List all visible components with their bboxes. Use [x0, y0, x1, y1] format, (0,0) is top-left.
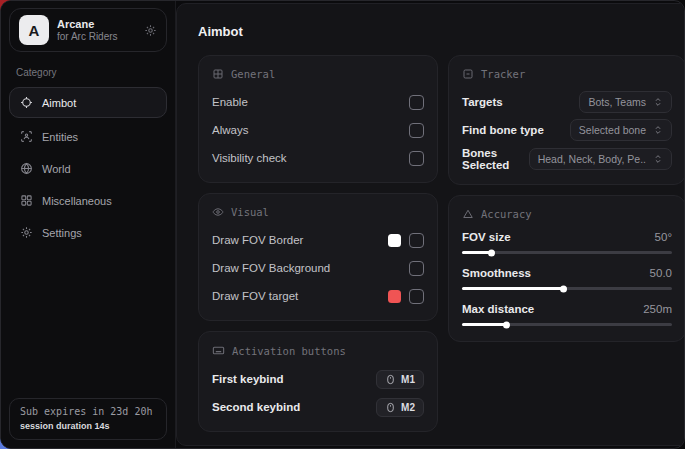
sidebar-item-world[interactable]: World — [9, 155, 167, 182]
card-title: Activation buttons — [232, 345, 346, 357]
sidebar-item-settings[interactable]: Settings — [9, 219, 167, 246]
first-keybind-button[interactable]: M1 — [376, 370, 424, 389]
card-title: Visual — [231, 206, 269, 218]
grid-icon — [20, 194, 33, 207]
setting-row: Draw FOV Border — [212, 229, 424, 251]
slider-value: 250m — [643, 303, 672, 315]
sidebar-item-label: World — [42, 163, 71, 175]
crosshair-icon — [20, 96, 33, 109]
setting-label: Always — [212, 124, 248, 136]
setting-label: Enable — [212, 96, 248, 108]
keybind-row: First keybind M1 — [212, 368, 424, 390]
dropdown-value: Head, Neck, Body, Pe.. — [538, 153, 646, 165]
slider-row: Max distance 250m — [462, 303, 672, 326]
slider-label: Smoothness — [462, 267, 531, 279]
sidebar-item-label: Settings — [42, 227, 82, 239]
visibility-check-checkbox[interactable] — [409, 151, 424, 166]
activation-buttons-card: Activation buttons First keybind M1 — [198, 331, 438, 432]
sidebar: A Arcane for Arc Riders Category Aimbot — [1, 1, 176, 448]
always-checkbox[interactable] — [409, 123, 424, 138]
setting-row: Visibility check — [212, 147, 424, 169]
keybind-value: M2 — [401, 402, 415, 413]
gear-icon[interactable] — [144, 24, 157, 37]
globe-icon — [20, 162, 33, 175]
visual-card: Visual Draw FOV Border Draw FOV Backgrou… — [198, 193, 438, 321]
general-card: General Enable Always Visibility check — [198, 55, 438, 183]
slider-fill[interactable] — [462, 323, 506, 326]
keybind-label: First keybind — [212, 373, 284, 385]
fov-border-color-swatch[interactable] — [388, 234, 401, 247]
keyboard-icon — [212, 344, 225, 357]
brand-name: Arcane — [57, 18, 118, 30]
scan-person-icon — [20, 130, 33, 143]
bones-selected-dropdown[interactable]: Head, Neck, Body, Pe.. — [529, 148, 672, 170]
enable-checkbox[interactable] — [409, 95, 424, 110]
sidebar-item-label: Miscellaneous — [42, 195, 112, 207]
tracker-row: Find bone type Selected bone — [462, 119, 672, 141]
slider-fill[interactable] — [462, 251, 491, 254]
session-duration-text: session duration 14s — [20, 421, 156, 431]
brand-logo: A — [19, 15, 49, 45]
mouse-icon — [385, 402, 396, 413]
brand-card: A Arcane for Arc Riders — [9, 8, 167, 52]
gear-icon — [20, 226, 33, 239]
second-keybind-button[interactable]: M2 — [376, 398, 424, 417]
targets-dropdown[interactable]: Bots, Teams — [579, 91, 672, 113]
triangle-icon — [462, 208, 474, 220]
card-title: General — [231, 68, 275, 80]
fov-size-slider[interactable] — [462, 251, 672, 254]
slider-value: 50° — [655, 231, 672, 243]
panel-minus-icon — [462, 68, 474, 80]
setting-row: Draw FOV target — [212, 285, 424, 307]
chevrons-up-down-icon — [653, 97, 663, 107]
setting-row: Enable — [212, 91, 424, 113]
sidebar-item-label: Entities — [42, 131, 78, 143]
grid-small-icon — [212, 68, 224, 80]
keybind-row: Second keybind M2 — [212, 396, 424, 418]
tracker-label: Find bone type — [462, 124, 544, 136]
sidebar-item-label: Aimbot — [42, 97, 76, 109]
setting-row: Draw FOV Background — [212, 257, 424, 279]
keybind-value: M1 — [401, 374, 415, 385]
page-title: Aimbot — [198, 24, 685, 39]
accuracy-card: Accuracy FOV size 50° Smoothness — [448, 195, 685, 342]
keybind-label: Second keybind — [212, 401, 300, 413]
tracker-label: Bones Selected — [462, 147, 529, 171]
smoothness-slider[interactable] — [462, 287, 672, 290]
sidebar-item-miscellaneous[interactable]: Miscellaneous — [9, 187, 167, 214]
setting-label: Draw FOV target — [212, 290, 298, 302]
subscription-status: Sub expires in 23d 20h session duration … — [9, 398, 167, 440]
chevrons-up-down-icon — [653, 154, 663, 164]
slider-row: Smoothness 50.0 — [462, 267, 672, 290]
slider-value: 50.0 — [650, 267, 672, 279]
sidebar-item-aimbot[interactable]: Aimbot — [9, 87, 167, 118]
tracker-card: Tracker Targets Bots, Teams — [448, 55, 685, 185]
dropdown-value: Bots, Teams — [588, 96, 646, 108]
main-panel: Aimbot General Enable — [176, 3, 685, 446]
tracker-label: Targets — [462, 96, 503, 108]
max-distance-slider[interactable] — [462, 323, 672, 326]
slider-fill[interactable] — [462, 287, 563, 290]
setting-label: Draw FOV Background — [212, 262, 330, 274]
sidebar-item-entities[interactable]: Entities — [9, 123, 167, 150]
draw-fov-background-checkbox[interactable] — [409, 261, 424, 276]
slider-label: Max distance — [462, 303, 534, 315]
tracker-row: Targets Bots, Teams — [462, 91, 672, 113]
card-title: Tracker — [481, 68, 525, 80]
chevrons-up-down-icon — [653, 125, 663, 135]
sub-expires-text: Sub expires in 23d 20h — [20, 406, 156, 417]
tracker-row: Bones Selected Head, Neck, Body, Pe.. — [462, 147, 672, 171]
setting-row: Always — [212, 119, 424, 141]
mouse-icon — [385, 374, 396, 385]
setting-label: Visibility check — [212, 152, 287, 164]
draw-fov-target-checkbox[interactable] — [409, 289, 424, 304]
slider-row: FOV size 50° — [462, 231, 672, 254]
draw-fov-border-checkbox[interactable] — [409, 233, 424, 248]
eye-icon — [212, 206, 224, 218]
app-window: A Arcane for Arc Riders Category Aimbot — [0, 0, 685, 449]
setting-label: Draw FOV Border — [212, 234, 303, 246]
slider-label: FOV size — [462, 231, 511, 243]
brand-subtitle: for Arc Riders — [57, 31, 118, 42]
find-bone-type-dropdown[interactable]: Selected bone — [570, 119, 672, 141]
fov-target-color-swatch[interactable] — [388, 290, 401, 303]
